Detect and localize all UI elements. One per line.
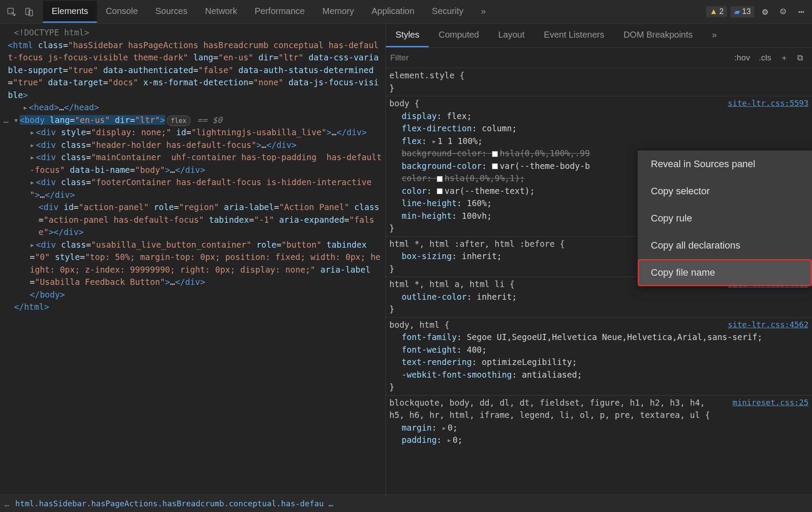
- menu-copy-all-declarations[interactable]: Copy all declarations: [638, 232, 812, 259]
- tab-console[interactable]: Console: [97, 1, 146, 23]
- warnings-count: 2: [719, 7, 724, 16]
- tab-application[interactable]: Application: [363, 1, 423, 23]
- tab-overflow-icon[interactable]: »: [472, 1, 494, 23]
- breadcrumb-path[interactable]: html.hasSidebar.hasPageActions.hasBreadc…: [15, 499, 808, 508]
- main-tabs: Elements Console Sources Network Perform…: [43, 1, 494, 23]
- main-area: <!DOCTYPE html> <html class="hasSidebar …: [0, 24, 812, 494]
- rule-source-link[interactable]: site-ltr.css:5593: [728, 97, 808, 109]
- tab-memory[interactable]: Memory: [314, 1, 363, 23]
- messages-count: 13: [742, 7, 751, 16]
- rule-source-link[interactable]: minireset.css:25: [733, 396, 808, 408]
- css-declaration[interactable]: font-family: Segoe UI,SegoeUI,Helvetica …: [389, 331, 808, 344]
- more-icon[interactable]: ⋯: [794, 4, 808, 19]
- cls-button[interactable]: .cls: [755, 51, 776, 64]
- color-swatch-icon[interactable]: [437, 176, 443, 182]
- devtools-topbar: Elements Console Sources Network Perform…: [0, 0, 812, 24]
- css-declaration[interactable]: padding: ▸0;: [389, 434, 808, 446]
- dom-body-open[interactable]: … ▾<body lang="en-us" dir="ltr">flex == …: [4, 114, 382, 126]
- expander-icon[interactable]: ▸: [30, 176, 36, 189]
- gear-icon[interactable]: ⚙: [758, 4, 772, 19]
- css-declaration[interactable]: margin: ▸0;: [389, 421, 808, 434]
- tab-performance[interactable]: Performance: [246, 1, 314, 23]
- dom-node[interactable]: ▸<div class="usabilla_live_button_contai…: [4, 238, 382, 288]
- dom-body-close[interactable]: </body>: [4, 288, 382, 301]
- dom-html-close[interactable]: </html>: [4, 301, 382, 313]
- rule-selector[interactable]: element.style {: [389, 69, 808, 82]
- css-declaration[interactable]: flex: ▸1 1 100%;: [389, 135, 808, 147]
- topbar-right: ▲2 ▰13 ⚙ ☺ ⋯: [706, 4, 808, 19]
- dom-node[interactable]: ▸<div class="mainContainer uhf-container…: [4, 151, 382, 176]
- expander-icon[interactable]: ▸: [30, 238, 36, 251]
- send-feedback-icon[interactable]: ☺: [776, 4, 791, 19]
- subtab-event-listeners[interactable]: Event Listeners: [534, 24, 614, 47]
- subtab-dom-breakpoints[interactable]: DOM Breakpoints: [614, 24, 703, 47]
- menu-copy-selector[interactable]: Copy selector: [638, 178, 812, 205]
- dom-node[interactable]: ▸<div class="footerContainer has-default…: [4, 176, 382, 201]
- rule-close-brace: }: [389, 82, 808, 95]
- expander-icon[interactable]: ▸: [30, 139, 36, 151]
- rule-minireset[interactable]: minireset.css:25 blockquote, body, dd, d…: [386, 396, 812, 448]
- color-swatch-icon[interactable]: [437, 188, 443, 194]
- messages-badge[interactable]: ▰13: [731, 6, 754, 18]
- warnings-badge[interactable]: ▲2: [706, 6, 727, 17]
- menu-copy-rule[interactable]: Copy rule: [638, 205, 812, 232]
- warning-icon: ▲: [710, 7, 717, 16]
- menu-copy-file-name[interactable]: Copy file name: [638, 259, 812, 286]
- styles-panel: Styles Computed Layout Event Listeners D…: [385, 24, 812, 494]
- expand-shorthand-icon[interactable]: ▸: [447, 435, 452, 445]
- color-swatch-icon[interactable]: [492, 163, 498, 169]
- flex-badge[interactable]: flex: [167, 116, 191, 126]
- rule-close-brace: }: [389, 303, 808, 316]
- device-toolbar-icon[interactable]: [21, 4, 37, 20]
- expander-icon[interactable]: ▸: [30, 151, 36, 164]
- topbar-left: Elements Console Sources Network Perform…: [4, 1, 494, 23]
- color-swatch-icon[interactable]: [492, 151, 498, 157]
- subtab-overflow-icon[interactable]: »: [703, 24, 727, 47]
- tab-sources[interactable]: Sources: [147, 1, 196, 23]
- styles-subtabs: Styles Computed Layout Event Listeners D…: [386, 24, 812, 48]
- dom-node[interactable]: <div id="action-panel" role="region" ari…: [4, 201, 382, 238]
- rule-close-brace: }: [389, 381, 808, 393]
- css-declaration[interactable]: text-rendering: optimizeLegibility;: [389, 356, 808, 368]
- computed-sidebar-toggle-icon[interactable]: ⧉: [793, 51, 808, 64]
- rule-body-html[interactable]: site-ltr.css:4562 body, html { font-fami…: [386, 318, 812, 396]
- tab-network[interactable]: Network: [196, 1, 246, 23]
- tab-security[interactable]: Security: [423, 1, 472, 23]
- dom-head[interactable]: ▸<head>…</head>: [4, 101, 382, 114]
- expand-shorthand-icon[interactable]: ▸: [442, 423, 447, 432]
- message-icon: ▰: [734, 7, 740, 17]
- new-style-rule-icon[interactable]: ＋: [776, 50, 793, 65]
- css-declaration[interactable]: display: flex;: [389, 110, 808, 123]
- rule-element-style[interactable]: element.style { }: [386, 68, 812, 96]
- expander-icon[interactable]: ▸: [23, 101, 29, 114]
- dom-html-open[interactable]: <html class="hasSidebar hasPageActions h…: [4, 39, 382, 102]
- inspect-element-icon[interactable]: [4, 4, 19, 20]
- breadcrumb-bar[interactable]: … html.hasSidebar.hasPageActions.hasBrea…: [0, 494, 812, 512]
- styles-filter-input[interactable]: [390, 53, 730, 63]
- subtab-layout[interactable]: Layout: [489, 24, 534, 47]
- css-declaration[interactable]: -webkit-font-smoothing: antialiased;: [389, 368, 808, 381]
- expander-icon[interactable]: ▾: [14, 114, 20, 126]
- context-menu: Reveal in Sources panel Copy selector Co…: [638, 151, 812, 286]
- subtab-styles[interactable]: Styles: [386, 24, 429, 47]
- expander-icon[interactable]: ▸: [30, 126, 36, 139]
- expand-shorthand-icon[interactable]: ▸: [432, 136, 437, 146]
- css-declaration[interactable]: flex-direction: column;: [389, 122, 808, 135]
- css-declaration[interactable]: outline-color: inherit;: [389, 291, 808, 303]
- rule-source-link[interactable]: site-ltr.css:4562: [728, 319, 808, 330]
- dom-node[interactable]: ▸<div class="header-holder has-default-f…: [4, 139, 382, 151]
- menu-reveal-in-sources[interactable]: Reveal in Sources panel: [638, 151, 812, 178]
- subtab-computed[interactable]: Computed: [429, 24, 488, 47]
- css-declaration[interactable]: font-weight: 400;: [389, 344, 808, 356]
- eq0-label: == $0: [197, 115, 222, 125]
- elements-panel[interactable]: <!DOCTYPE html> <html class="hasSidebar …: [0, 24, 385, 494]
- breadcrumb-ellipsis[interactable]: …: [4, 499, 9, 508]
- dom-doctype[interactable]: <!DOCTYPE html>: [4, 26, 382, 39]
- hov-button[interactable]: :hov: [730, 51, 755, 64]
- dom-node[interactable]: ▸<div style="display: none;" id="lightni…: [4, 126, 382, 139]
- filter-row: :hov .cls ＋ ⧉: [386, 48, 812, 68]
- tab-elements[interactable]: Elements: [43, 1, 97, 23]
